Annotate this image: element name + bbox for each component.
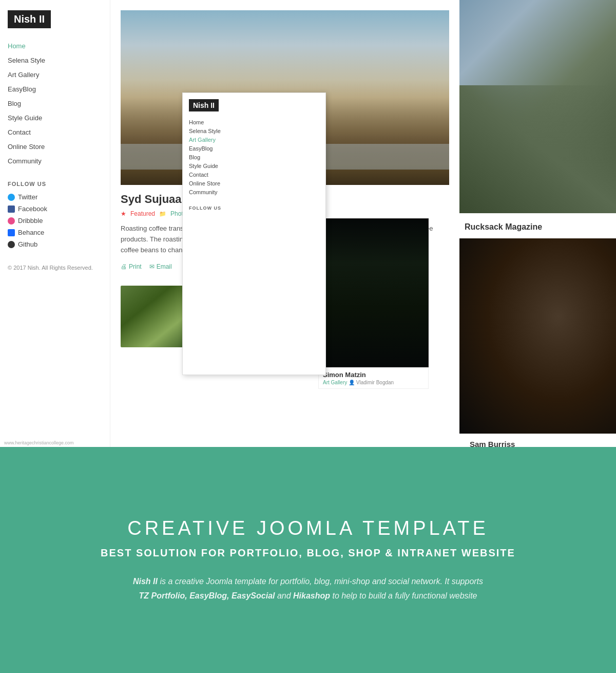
promo-title: CREATIVE JOOMLA TEMPLATE [127, 517, 489, 539]
social-twitter[interactable]: Twitter [8, 193, 100, 201]
mountain-shape [459, 85, 616, 213]
forest-image [318, 218, 429, 367]
nav-item-gallery[interactable]: Art Gallery [8, 70, 100, 79]
overlay-follow-title: FOLLOW US [189, 205, 319, 211]
featured-star-icon: ★ [121, 210, 126, 217]
main-wrapper: Nish II Home Selena Style Art Gallery Ea… [0, 0, 616, 673]
overlay-nav-easyblog[interactable]: EasyBlog [189, 145, 319, 152]
overlay-nav: Home Selena Style Art Gallery EasyBlog B… [189, 119, 319, 195]
nav-item-store[interactable]: Online Store [8, 142, 100, 151]
forest-card-info: Simon Matzin Art Gallery 👤 Vladimir Bogd… [318, 367, 429, 389]
social-menu: Twitter Facebook Dribbble Behance [8, 193, 100, 248]
overlay-nav-community[interactable]: Community [189, 189, 319, 195]
promo-desc-6: to help to build a fully functional webs… [330, 591, 477, 600]
print-link[interactable]: 🖨 Print [121, 263, 142, 270]
portrait-title[interactable]: Sam Burriss [465, 437, 616, 447]
overlay-nav-contact[interactable]: Contact [189, 172, 319, 178]
promo-description: Nish II is a creative Joomla template fo… [128, 574, 488, 602]
overlay-nav-home[interactable]: Home [189, 119, 319, 125]
website-url: www.heritagechristiancollege.com [4, 440, 74, 445]
nav-item-community[interactable]: Community [8, 156, 100, 165]
overlay-screenshot: Nish II Home Selena Style Art Gallery Ea… [182, 92, 326, 375]
right-post2-image [459, 238, 616, 434]
social-behance[interactable]: Behance [8, 229, 100, 236]
overlay-logo[interactable]: Nish II [189, 99, 219, 111]
overlay-nav-guide[interactable]: Style Guide [189, 163, 319, 169]
screenshot-area: Nish II Home Selena Style Art Gallery Ea… [0, 0, 616, 447]
overlay-post-title[interactable]: Simon Matzin [323, 371, 424, 379]
featured-badge: Featured [130, 210, 155, 217]
right-column: Rucksack Magazine Sam Burriss Art Galler… [459, 0, 616, 447]
nav-item-blog[interactable]: Blog [8, 99, 100, 108]
logo[interactable]: Nish II [8, 10, 51, 28]
behance-icon [8, 229, 15, 236]
nav-menu: Home Selena Style Art Gallery EasyBlog B… [8, 41, 100, 165]
forest-image-inner [319, 219, 428, 367]
twitter-icon [8, 194, 15, 201]
promo-area: CREATIVE JOOMLA TEMPLATE BEST SOLUTION F… [0, 447, 616, 673]
nav-item-home[interactable]: Home [8, 41, 100, 50]
print-icon: 🖨 [121, 263, 127, 270]
nav-item-contact[interactable]: Contact [8, 127, 100, 137]
category-icon: 📁 [159, 211, 166, 217]
social-github[interactable]: Github [8, 240, 100, 248]
overlay-nav-store[interactable]: Online Store [189, 180, 319, 186]
overlay-nav-gallery[interactable]: Art Gallery [189, 137, 319, 143]
promo-plugins: TZ Portfolio, EasyBlog, EasySocial [139, 591, 275, 600]
forest-card: Simon Matzin Art Gallery 👤 Vladimir Bogd… [318, 218, 429, 389]
social-facebook[interactable]: Facebook [8, 205, 100, 213]
facebook-icon [8, 205, 15, 213]
nav-item-selena[interactable]: Selena Style [8, 55, 100, 65]
promo-desc-2: is a creative Joomla template for portfo… [158, 577, 483, 586]
sidebar: Nish II Home Selena Style Art Gallery Ea… [0, 0, 110, 447]
author-person-icon: 👤 [349, 380, 356, 385]
overlay-post-meta: Art Gallery 👤 Vladimir Bogdan [323, 380, 424, 385]
dribbble-icon [8, 217, 15, 225]
promo-desc-4: and [275, 591, 293, 600]
follow-us-title: FOLLOW US [8, 181, 100, 187]
overlay-nav-selena[interactable]: Selena Style [189, 128, 319, 134]
overlay-nav-blog[interactable]: Blog [189, 154, 319, 160]
email-icon: ✉ [149, 263, 155, 270]
copyright: © 2017 Nish. All Rights Reserved. [8, 264, 100, 272]
email-link[interactable]: ✉ Email [149, 263, 172, 270]
portrait-image [459, 238, 616, 434]
nav-item-easyblog[interactable]: EasyBlog [8, 84, 100, 94]
overlay-sidebar: Nish II Home Selena Style Art Gallery Ea… [183, 93, 325, 221]
promo-subtitle: BEST SOLUTION FOR PORTFOLIO, BLOG, SHOP … [101, 547, 515, 559]
right-hero-image [459, 0, 616, 213]
promo-brand: Nish II [133, 577, 158, 586]
right-post1-title[interactable]: Rucksack Magazine [459, 218, 616, 236]
github-icon [8, 241, 15, 248]
nav-item-guide[interactable]: Style Guide [8, 113, 100, 122]
promo-hikashop: Hikashop [293, 591, 330, 600]
social-dribbble[interactable]: Dribbble [8, 217, 100, 225]
